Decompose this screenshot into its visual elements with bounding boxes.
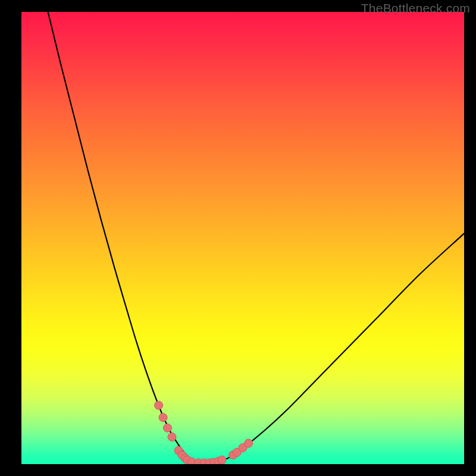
curve-layer [21, 12, 464, 464]
curve-marker [245, 439, 253, 447]
curve-marker [168, 433, 176, 441]
curve-markers [155, 401, 253, 464]
chart-frame: TheBottleneck.com [0, 0, 476, 476]
curve-marker [218, 456, 226, 464]
bottleneck-curve [48, 12, 464, 464]
plot-area [21, 12, 464, 464]
curve-marker [155, 401, 163, 409]
curve-marker [164, 424, 172, 432]
watermark-label: TheBottleneck.com [361, 1, 470, 15]
curve-marker [159, 414, 167, 422]
